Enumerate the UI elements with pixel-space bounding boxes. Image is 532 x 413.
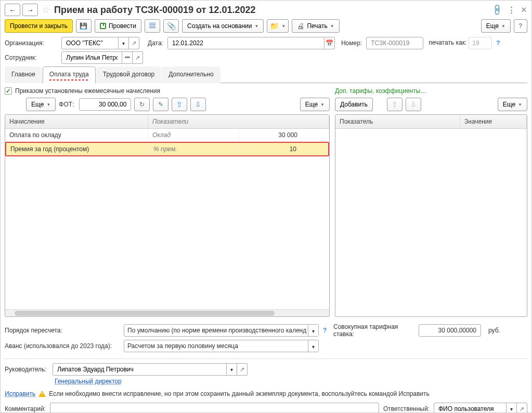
accruals-more-button[interactable]: Еще▼ <box>26 98 56 111</box>
org-open-icon[interactable]: ↗ <box>129 37 139 49</box>
fix-link[interactable]: Исправить <box>5 390 35 397</box>
manager-field[interactable]: ▾ ↗ <box>53 363 248 376</box>
print-button[interactable]: 🖨 Печать ▼ <box>292 19 339 33</box>
recalc-select[interactable]: По умолчанию (по норме времени производс… <box>124 324 319 337</box>
show-list-button[interactable] <box>145 19 160 33</box>
forward-button[interactable]: → <box>22 4 38 16</box>
favorite-star-icon[interactable]: ☆ <box>42 5 50 16</box>
employee-input[interactable] <box>65 54 119 62</box>
list-icon <box>149 23 155 29</box>
org-input[interactable] <box>65 39 115 47</box>
col-accrual: Начисление <box>5 115 148 128</box>
tab-payment[interactable]: Оплата труда <box>43 66 96 83</box>
date-input[interactable] <box>171 39 321 47</box>
open-icon: ↗ <box>520 406 524 412</box>
responsible-open-icon[interactable]: ↗ <box>517 403 527 413</box>
create-based-label: Создать на основании <box>187 22 252 30</box>
titlebar: ← → ☆ Прием на работу ТСЗК-000019 от 12.… <box>5 3 527 19</box>
fot-input[interactable] <box>83 100 127 109</box>
accruals-toolbar: Еще▼ ФОТ: ↻ ✎ ⇧ ⇩ Еще▼ <box>5 98 330 111</box>
manager-input[interactable] <box>56 365 223 374</box>
dropdown-icon[interactable]: ▾ <box>308 325 318 337</box>
rate-unit: руб. <box>488 327 504 334</box>
print-button-label: Печать <box>307 22 327 30</box>
arrow-down-icon: ⇩ <box>195 100 201 109</box>
post-button-label: Провести <box>109 22 136 30</box>
print-as-field[interactable]: 19 <box>469 37 492 49</box>
accruals-grid[interactable]: Начисление Показатели Оплата по окладу О… <box>5 114 330 317</box>
arrow-up-icon: ⇧ <box>392 100 398 109</box>
responsible-label: Ответственный: <box>383 405 432 412</box>
accruals-more2-button[interactable]: Еще▼ <box>300 98 330 111</box>
caret-down-icon: ▼ <box>320 102 325 107</box>
move-up-disabled-button: ⇧ <box>387 98 403 111</box>
h-scrollbar[interactable] <box>5 309 329 316</box>
caret-down-icon: ▼ <box>501 24 505 29</box>
responsible-input[interactable] <box>437 405 503 413</box>
recalc-label: Порядок пересчета: <box>5 327 122 334</box>
more-button-label: Еще <box>486 22 499 30</box>
org-field[interactable]: ▾ ↗ <box>61 37 139 49</box>
tab-contract[interactable]: Трудовой договор <box>96 66 161 83</box>
number-label: Номер: <box>341 39 364 47</box>
comment-label: Комментарий: <box>5 405 48 412</box>
manager-position-link[interactable]: Генеральный директор <box>55 378 122 385</box>
advance-select[interactable]: Расчетом за первую половину месяца ▾ <box>124 340 319 352</box>
kebab-menu-icon[interactable]: ⋮ <box>508 5 515 15</box>
add-button[interactable]: Добавить <box>335 98 373 111</box>
comment-field[interactable] <box>50 403 379 413</box>
employee-field[interactable]: ••• ↗ <box>61 51 143 64</box>
paperclip-icon: 📎 <box>167 22 176 30</box>
more-button[interactable]: Еще ▼ <box>481 19 511 33</box>
table-row[interactable]: Оплата по окладу Оклад 30 000 <box>5 129 329 142</box>
manager-label: Руководитель: <box>5 366 50 373</box>
caret-down-icon: ▼ <box>518 102 522 107</box>
close-button[interactable]: ✕ <box>521 5 527 15</box>
caret-down-icon: ▼ <box>46 102 50 107</box>
move-up-button[interactable]: ⇧ <box>172 98 187 111</box>
col-value: Значение <box>460 115 527 128</box>
comment-input[interactable] <box>54 405 375 413</box>
monthly-accruals-checkbox[interactable]: ✓ <box>5 87 12 95</box>
refresh-button[interactable]: ↻ <box>134 98 150 111</box>
save-button[interactable]: 💾 <box>76 19 92 33</box>
dropdown-icon[interactable]: ▾ <box>308 340 318 352</box>
help-button[interactable]: ? <box>514 19 527 33</box>
rate-label: Совокупная тарифная ставка: <box>333 323 417 338</box>
attach-button[interactable]: 📎 <box>163 19 179 33</box>
indicators-grid[interactable]: Показатель Значение <box>335 114 527 317</box>
table-row-selected[interactable]: Премия за год (процентом) % прем. 10 <box>5 142 329 156</box>
responsible-dropdown-icon[interactable]: ▾ <box>507 403 517 413</box>
addl-tariffs-link[interactable]: Доп. тарифы, коэффициенты… <box>335 87 527 95</box>
tab-main[interactable]: Главное <box>5 66 42 83</box>
warning-row: Исправить Если необходимо внести исправл… <box>5 390 527 397</box>
indicators-more-button[interactable]: Еще▼ <box>498 98 527 111</box>
caret-down-icon: ▼ <box>330 24 334 29</box>
employee-browse-icon[interactable]: ••• <box>122 51 133 64</box>
link-icon[interactable]: 🔗 <box>490 3 504 17</box>
manager-dropdown-icon[interactable]: ▾ <box>227 363 237 376</box>
bottom-grid: Порядок пересчета: По умолчанию (по норм… <box>5 317 527 352</box>
tab-additional[interactable]: Дополнительно <box>162 66 220 83</box>
date-field[interactable]: 📅 <box>167 37 335 49</box>
employee-label: Сотрудник: <box>5 54 59 61</box>
post-and-close-button[interactable]: Провести и закрыть <box>5 19 73 33</box>
move-down-button[interactable]: ⇩ <box>190 98 206 111</box>
edit-button[interactable]: ✎ <box>153 98 168 111</box>
recalc-help[interactable]: ? <box>323 327 331 334</box>
employee-open-icon[interactable]: ↗ <box>133 51 143 64</box>
pencil-icon: ✎ <box>158 101 163 108</box>
create-based-button[interactable]: Создать на основании ▼ <box>182 19 264 33</box>
warning-icon <box>38 391 46 397</box>
org-dropdown-icon[interactable]: ▾ <box>119 37 129 49</box>
calendar-button[interactable]: 📅 <box>325 37 335 49</box>
rate-value[interactable]: 30 000,00000 <box>419 324 481 337</box>
manager-open-icon[interactable]: ↗ <box>237 363 248 376</box>
folder-dropdown-button[interactable]: 📁 ▼ <box>267 19 289 33</box>
manager-row: Руководитель: ▾ ↗ <box>5 363 527 376</box>
bottom-row: Комментарий: Ответственный: ▾ ↗ <box>5 403 527 413</box>
responsible-field[interactable]: ▾ ↗ <box>434 403 527 413</box>
print-as-help[interactable]: ? <box>496 39 500 47</box>
back-button[interactable]: ← <box>5 4 20 16</box>
post-button[interactable]: Провести <box>95 19 141 33</box>
